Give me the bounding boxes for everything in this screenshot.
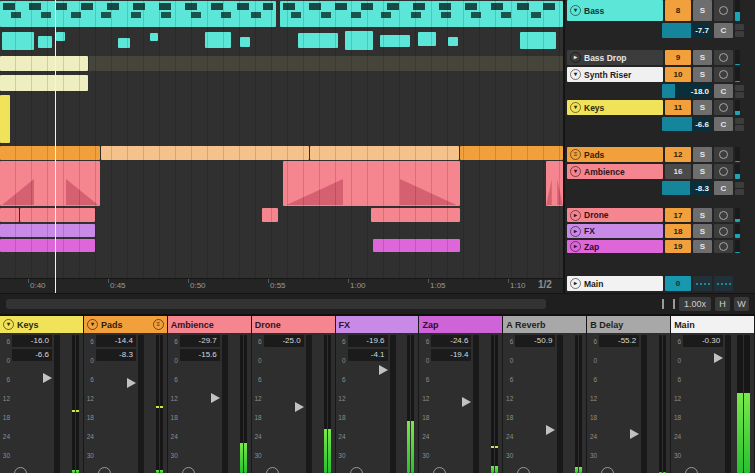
arrangement-lanes[interactable] (0, 0, 563, 278)
volume-value-box[interactable]: -19.4 (431, 349, 471, 361)
optimize-width-button[interactable]: W (734, 297, 749, 311)
fader-handle[interactable] (127, 378, 136, 388)
solo-button[interactable]: S (693, 0, 712, 21)
menu-icon[interactable]: ≡ (153, 319, 164, 330)
level-value-box[interactable]: -0.30 (683, 335, 723, 347)
fader-track[interactable] (306, 335, 312, 473)
mini-button[interactable] (735, 85, 744, 91)
mixer-track-header-main[interactable]: Main (671, 316, 754, 333)
clip[interactable] (0, 239, 95, 252)
fader-track[interactable] (473, 335, 479, 473)
pan-knob[interactable] (685, 467, 698, 473)
track-name-pads[interactable]: ≡Pads (567, 147, 663, 162)
clip[interactable] (20, 208, 95, 222)
volume-slider[interactable]: -18.0 (662, 84, 712, 98)
track-number[interactable]: 8 (665, 0, 691, 21)
mixer-track-header-b-delay[interactable]: B Delay (587, 316, 670, 333)
mini-button[interactable] (735, 24, 744, 30)
fold-icon[interactable]: ▸ (570, 226, 581, 237)
fader-track[interactable] (557, 335, 563, 473)
mixer-track-header-pads[interactable]: ▾Pads≡ (84, 316, 167, 333)
track-name-drone[interactable]: ▸Drone (567, 208, 663, 222)
clip[interactable] (101, 146, 309, 160)
solo-button[interactable]: S (693, 224, 712, 238)
pan-knob[interactable] (601, 467, 614, 473)
track-number[interactable]: 12 (665, 147, 691, 162)
clip[interactable] (373, 239, 460, 252)
mixer-track-header-fx[interactable]: FX (336, 316, 419, 333)
monitor-button[interactable] (714, 240, 733, 253)
level-value-box[interactable]: -19.6 (348, 335, 388, 347)
timeline-ruler[interactable]: 1/2 0:400:450:500:551:001:051:10 (0, 278, 563, 293)
mixer-track-header-ambience[interactable]: Ambience (168, 316, 251, 333)
clip[interactable] (0, 146, 100, 160)
level-value-box[interactable]: -16.0 (12, 335, 52, 347)
fader-handle[interactable] (211, 393, 220, 403)
volume-slider[interactable]: -7.7 (662, 23, 712, 38)
track-number[interactable]: 16 (665, 164, 691, 179)
clip[interactable] (283, 161, 460, 206)
pan-knob[interactable] (98, 467, 111, 473)
track-name-bass-drop[interactable]: ▸Bass Drop (567, 50, 663, 65)
fold-icon[interactable]: ▸ (570, 210, 581, 221)
fold-icon[interactable]: ▸ (570, 278, 581, 289)
monitor-button[interactable] (714, 0, 733, 21)
track-number[interactable]: 11 (665, 100, 691, 115)
mini-button[interactable] (735, 118, 744, 124)
fold-icon[interactable]: ▾ (570, 102, 581, 113)
track-number[interactable]: 0 (665, 276, 691, 291)
monitor-button[interactable] (714, 147, 733, 162)
fader-handle[interactable] (295, 402, 304, 412)
fold-icon[interactable]: ≡ (570, 149, 581, 160)
clip[interactable] (546, 161, 563, 206)
fader-track[interactable] (390, 335, 396, 473)
solo-button[interactable]: S (693, 67, 712, 82)
track-number[interactable]: 18 (665, 224, 691, 238)
monitor-button[interactable] (714, 100, 733, 115)
mixer-track-header-drone[interactable]: Drone (252, 316, 335, 333)
crossfade-button[interactable]: C (714, 117, 733, 131)
fader-track[interactable] (222, 335, 228, 473)
pan-knob[interactable] (350, 467, 363, 473)
level-value-box[interactable]: -14.4 (96, 335, 136, 347)
crossfade-button[interactable]: C (714, 84, 733, 98)
follow-icon[interactable] (662, 299, 675, 309)
mixer-track-header-zap[interactable]: Zap (419, 316, 502, 333)
volume-slider[interactable]: -8.3 (662, 181, 712, 195)
mixer-track-header-a-reverb[interactable]: A Reverb (503, 316, 586, 333)
fader-track[interactable] (725, 335, 731, 473)
solo-button[interactable]: S (693, 147, 712, 162)
mini-button[interactable] (735, 189, 744, 195)
monitor-button[interactable] (714, 208, 733, 222)
crossfade-button[interactable]: C (714, 181, 733, 195)
clip[interactable] (0, 95, 10, 143)
fold-icon[interactable]: ▸ (570, 241, 581, 252)
horizontal-scrollbar[interactable] (6, 299, 546, 309)
monitor-button[interactable] (714, 224, 733, 238)
track-name-synth-riser[interactable]: ▾Synth Riser (567, 67, 663, 82)
level-value-box[interactable]: -25.0 (264, 335, 304, 347)
fold-icon[interactable]: ▾ (87, 319, 98, 330)
pan-knob[interactable] (433, 467, 446, 473)
fold-icon[interactable]: ▾ (570, 5, 581, 16)
monitor-button[interactable] (714, 67, 733, 82)
solo-button[interactable]: S (693, 208, 712, 222)
fader-track[interactable] (54, 335, 60, 473)
clip[interactable] (0, 224, 95, 237)
fold-icon[interactable]: ▾ (570, 166, 581, 177)
volume-value-box[interactable]: -6.6 (12, 349, 52, 361)
optimize-height-button[interactable]: H (715, 297, 730, 311)
solo-button[interactable]: S (693, 50, 712, 65)
fold-icon[interactable]: ▾ (570, 69, 581, 80)
clip[interactable] (310, 146, 459, 160)
level-value-box[interactable]: -29.7 (180, 335, 220, 347)
volume-slider[interactable]: -6.6 (662, 117, 712, 131)
fader-handle[interactable] (462, 397, 471, 407)
fader-handle[interactable] (630, 429, 639, 439)
mini-button[interactable] (735, 92, 744, 98)
track-number[interactable]: 9 (665, 50, 691, 65)
solo-button[interactable]: S (693, 240, 712, 253)
arrangement-view[interactable]: 1/2 0:400:450:500:551:001:051:10 (0, 0, 563, 293)
fader-track[interactable] (138, 335, 144, 473)
mini-button[interactable] (735, 31, 744, 37)
